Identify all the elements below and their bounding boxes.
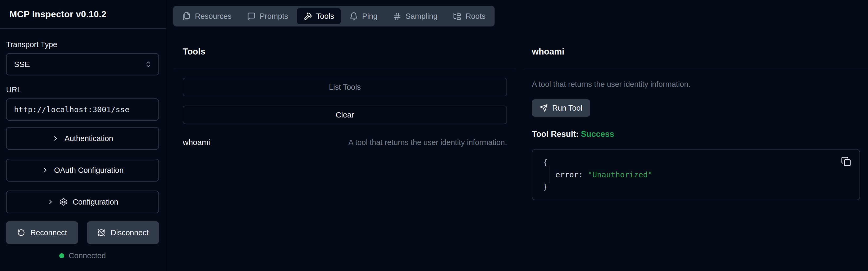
code-line: error: "Unauthorized" [543, 169, 849, 181]
status-dot-icon [59, 253, 64, 258]
json-value: "Unauthorized" [588, 170, 652, 179]
code-line: } [543, 181, 849, 193]
send-icon [540, 104, 548, 112]
transport-type-label: Transport Type [6, 40, 159, 49]
tools-panel: Tools List Tools Clear whoami A tool tha… [174, 27, 516, 271]
tab-bar: Resources Prompts Tools Ping Sampling Ro… [173, 6, 495, 27]
tool-name: whoami [183, 138, 210, 147]
tab-label: Prompts [260, 12, 288, 21]
folder-tree-icon [453, 12, 462, 21]
tool-description: A tool that returns the user identity in… [348, 138, 507, 147]
tab-resources[interactable]: Resources [176, 8, 238, 24]
authentication-label: Authentication [65, 134, 113, 143]
url-input[interactable]: http://localhost:3001/sse [6, 98, 159, 121]
json-key: error: [555, 170, 583, 179]
connection-buttons: Reconnect Disconnect [6, 221, 159, 244]
tab-roots[interactable]: Roots [446, 8, 492, 24]
chevron-right-icon [47, 198, 54, 206]
authentication-toggle[interactable]: Authentication [6, 127, 159, 150]
gear-icon [60, 198, 67, 206]
code-line: { [543, 156, 849, 169]
status-text: Connected [69, 251, 106, 260]
oauth-configuration-label: OAuth Configuration [54, 166, 124, 175]
sidebar: MCP Inspector v0.10.2 Transport Type SSE… [0, 0, 166, 271]
refresh-off-icon [97, 229, 105, 237]
rotate-ccw-icon [17, 229, 25, 237]
sidebar-header: MCP Inspector v0.10.2 [0, 0, 166, 29]
tool-result-label: Tool Result: [532, 129, 579, 139]
divider [524, 68, 868, 68]
tool-detail-title: whoami [532, 47, 860, 57]
tab-label: Ping [362, 12, 377, 21]
tool-detail-description: A tool that returns the user identity in… [532, 80, 860, 89]
tab-label: Sampling [405, 12, 437, 21]
reconnect-button[interactable]: Reconnect [6, 221, 78, 244]
oauth-configuration-toggle[interactable]: OAuth Configuration [6, 159, 159, 182]
sidebar-body: Transport Type SSE URL http://localhost:… [0, 29, 166, 260]
transport-type-value: SSE [14, 60, 30, 69]
tab-ping[interactable]: Ping [343, 8, 384, 24]
chevrons-up-down-icon [145, 61, 152, 68]
tab-label: Roots [465, 12, 486, 21]
url-value: http://localhost:3001/sse [14, 105, 130, 114]
configuration-label: Configuration [73, 198, 119, 206]
url-label: URL [6, 86, 159, 94]
list-tools-button[interactable]: List Tools [183, 78, 507, 96]
message-square-icon [247, 12, 256, 21]
tool-list-item-whoami[interactable]: whoami A tool that returns the user iden… [183, 138, 507, 147]
run-tool-label: Run Tool [552, 104, 582, 113]
bell-icon [349, 12, 358, 21]
tab-sampling[interactable]: Sampling [386, 8, 444, 24]
copy-icon [841, 156, 851, 167]
app-title: MCP Inspector v0.10.2 [9, 9, 106, 19]
tool-result-json: { error: "Unauthorized" } [532, 149, 860, 200]
tab-prompts[interactable]: Prompts [240, 8, 295, 24]
chevron-right-icon [41, 167, 49, 174]
divider [174, 68, 516, 68]
content-area: Tools List Tools Clear whoami A tool tha… [173, 27, 868, 271]
tab-tools[interactable]: Tools [297, 8, 341, 24]
transport-type-select[interactable]: SSE [6, 53, 159, 76]
tool-result-status: Success [581, 129, 614, 139]
reconnect-label: Reconnect [30, 229, 67, 237]
hammer-icon [304, 12, 312, 21]
run-tool-button[interactable]: Run Tool [532, 99, 590, 117]
connection-status: Connected [6, 251, 159, 260]
clear-button[interactable]: Clear [183, 106, 507, 124]
tab-label: Tools [316, 12, 334, 21]
copy-button[interactable] [840, 155, 852, 168]
tools-panel-title: Tools [183, 47, 507, 57]
tool-result-line: Tool Result: Success [532, 129, 860, 139]
main-area: Resources Prompts Tools Ping Sampling Ro… [166, 0, 868, 271]
tool-detail-panel: whoami A tool that returns the user iden… [524, 27, 868, 271]
configuration-toggle[interactable]: Configuration [6, 190, 159, 213]
tab-label: Resources [195, 12, 232, 21]
disconnect-label: Disconnect [111, 229, 148, 237]
files-icon [182, 12, 191, 21]
hash-icon [393, 12, 401, 21]
chevron-right-icon [52, 135, 59, 142]
disconnect-button[interactable]: Disconnect [87, 221, 159, 244]
